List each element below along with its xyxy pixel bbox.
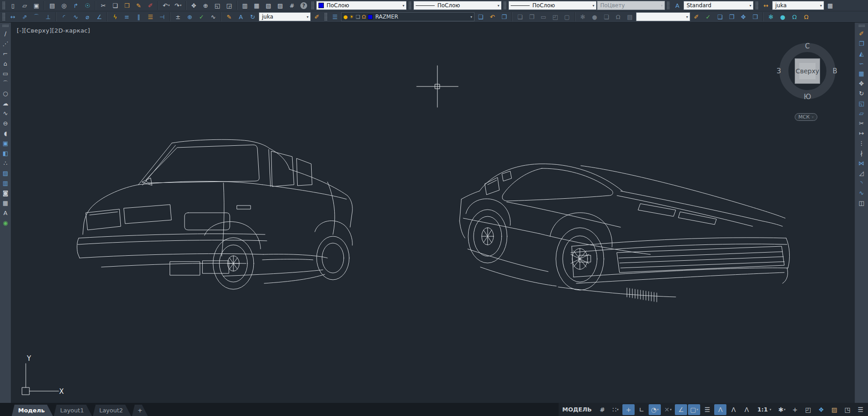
annotation-monitor-button[interactable]: +	[789, 404, 801, 415]
plot-style[interactable]: ПоЦвету▾	[597, 1, 665, 10]
layer-on-all-button[interactable]: ✓	[702, 12, 714, 22]
group-points-button[interactable]: ◉	[0, 218, 10, 228]
table-button[interactable]: ▦	[0, 198, 10, 208]
redo-button[interactable]: ↷▾	[172, 0, 184, 10]
ungroup-button[interactable]: ❐	[526, 12, 537, 22]
table-style-button[interactable]: ▦	[825, 0, 836, 10]
multiline-text-button[interactable]: A	[0, 208, 10, 218]
workspace-switching-button[interactable]: ✱▾	[776, 404, 788, 415]
draw-rectangle-button[interactable]: ▭	[0, 69, 10, 78]
make-group-button[interactable]: ❏	[514, 12, 526, 22]
lineweight[interactable]: ПоСлою▾	[508, 1, 597, 10]
match-properties-button[interactable]: ✎	[133, 0, 144, 10]
ucs-icon[interactable]: Y X	[22, 354, 64, 396]
pan-button[interactable]: ✥	[188, 0, 199, 10]
erase-button[interactable]: ✐	[857, 29, 867, 38]
dim-continue-button[interactable]: ∥	[133, 12, 144, 22]
object-snap-button[interactable]: ▢▾	[688, 404, 700, 415]
dim-jog-line-button[interactable]: ∿	[208, 12, 219, 22]
quick-dimension-button[interactable]: ϟ	[109, 12, 121, 22]
insert-block-button[interactable]: ▣	[0, 139, 10, 148]
sheet-set-manager-button[interactable]: ▨	[275, 0, 286, 10]
draw-point-button[interactable]: ∴	[0, 158, 10, 168]
group-bounding-box-button[interactable]: ▢	[561, 12, 573, 22]
layer-state-edit-button[interactable]: ✐	[691, 12, 702, 22]
layer-match-button[interactable]: ❏	[475, 12, 486, 22]
draw-revision-cloud-button[interactable]: ☁	[0, 99, 10, 108]
drawing-canvas[interactable]: [-][Сверху][2D-каркас] Y X	[11, 23, 854, 403]
dimension-style-current[interactable]: juka▾	[772, 1, 824, 10]
extend-button[interactable]: ↦	[857, 129, 867, 138]
right-car-wireframe[interactable]	[460, 164, 789, 302]
layer-properties-manager-button[interactable]: ☰	[329, 12, 341, 22]
text-style-current[interactable]: Standard▾	[683, 1, 754, 10]
model-space-toggle[interactable]: МОДЕЛЬ	[559, 404, 595, 415]
graphics-performance-button[interactable]: ❖	[815, 404, 827, 415]
undo-button[interactable]: ↶▾	[161, 0, 172, 10]
full-screen-button[interactable]: ◳	[841, 404, 854, 415]
open-file-button[interactable]: ▱	[19, 0, 30, 10]
tab-layout1[interactable]: Layout1	[54, 405, 92, 416]
layer-delete-button[interactable]: ✥	[738, 12, 749, 22]
vp-lock-current-button[interactable]: Ω	[789, 12, 800, 22]
draw-line-button[interactable]: ∕	[0, 29, 10, 38]
change-to-current-layer-button[interactable]: ❐	[498, 12, 510, 22]
batch-plot-button[interactable]: ↱	[70, 0, 81, 10]
layer-control[interactable]: ●☀❏ΩRAZMER▾	[341, 12, 474, 21]
viewcube-west[interactable]: З	[777, 67, 781, 75]
copy-object-button[interactable]: ❐	[857, 39, 867, 48]
draw-polyline-button[interactable]: ⌐	[0, 49, 10, 58]
viewcube-south[interactable]: Ю	[804, 93, 811, 101]
dim-style-apply-button[interactable]: ✐	[311, 12, 323, 22]
dim-radius-button[interactable]: ◜	[58, 12, 70, 22]
layer-lock-button[interactable]: Ω	[612, 12, 624, 22]
dim-spacing-button[interactable]: ☰	[145, 12, 156, 22]
design-center-button[interactable]: ▦	[251, 0, 262, 10]
viewcube-north[interactable]: С	[805, 42, 810, 50]
tab-модель[interactable]: Модель	[12, 405, 53, 416]
isolate-objects-button[interactable]: ◰	[802, 404, 814, 415]
polar-tracking-button[interactable]: ◔▾	[649, 404, 661, 415]
ucs-selector[interactable]: МСК ▿	[795, 113, 817, 121]
tolerance-button[interactable]: ±	[172, 12, 184, 22]
draw-arc-button[interactable]: ⌒	[0, 79, 10, 88]
quick-select-button[interactable]: ✐	[145, 0, 156, 10]
dim-break-button[interactable]: ⊣	[157, 12, 168, 22]
tab-layout2[interactable]: Layout2	[93, 405, 131, 416]
isometric-drafting-button[interactable]: ✕▾	[662, 404, 674, 415]
fillet-button[interactable]: ◝	[857, 178, 867, 188]
annotation-autoscale-button[interactable]: Λ	[727, 404, 740, 415]
break-button[interactable]: ∤	[857, 148, 867, 158]
linetype[interactable]: ПоСлою▾	[413, 1, 502, 10]
dim-jogged-button[interactable]: ∿	[70, 12, 81, 22]
object-snap-tracking-button[interactable]: ∠	[675, 404, 687, 415]
layer-merge-button[interactable]: ❐	[726, 12, 737, 22]
center-mark-button[interactable]: ⊕	[184, 12, 195, 22]
dynamic-input-button[interactable]: +	[622, 404, 635, 415]
layer-off-button[interactable]: ●	[589, 12, 600, 22]
snap-mode-button[interactable]: ∷▾	[609, 404, 621, 415]
dim-text-edit-button[interactable]: A	[235, 12, 247, 22]
draw-spline-button[interactable]: ∿	[0, 109, 10, 118]
dim-aligned-button[interactable]: ⇗	[19, 12, 30, 22]
draw-construction-line-button[interactable]: ⋰	[0, 39, 10, 48]
paste-clip-button[interactable]: ❒	[121, 0, 133, 10]
offset-button[interactable]: ∽	[857, 59, 867, 68]
join-button[interactable]: ⋈	[857, 158, 867, 168]
region-button[interactable]: ◙	[0, 188, 10, 198]
group-edit-button[interactable]: ▭	[538, 12, 549, 22]
viewcube-face-top[interactable]: Сверху	[795, 58, 820, 84]
vp-off-current-button[interactable]: ●	[777, 12, 788, 22]
new-file-button[interactable]: ▯	[7, 0, 19, 10]
dim-edit-button[interactable]: ✎	[223, 12, 235, 22]
dim-arc-length-button[interactable]: ⌒	[31, 12, 42, 22]
viewcube-east[interactable]: В	[833, 67, 837, 75]
stretch-button[interactable]: ▱	[857, 109, 867, 118]
draw-circle-button[interactable]: ○	[0, 89, 10, 98]
left-car-wireframe[interactable]	[77, 139, 352, 289]
annotation-scale-icon-button[interactable]: Λ	[740, 404, 753, 415]
make-block-button[interactable]: ◧	[0, 148, 10, 158]
publish-button[interactable]: ☉	[82, 0, 93, 10]
group-selection-toggle-button[interactable]: ◰	[550, 12, 561, 22]
hatch-button[interactable]: ▨	[0, 168, 10, 178]
